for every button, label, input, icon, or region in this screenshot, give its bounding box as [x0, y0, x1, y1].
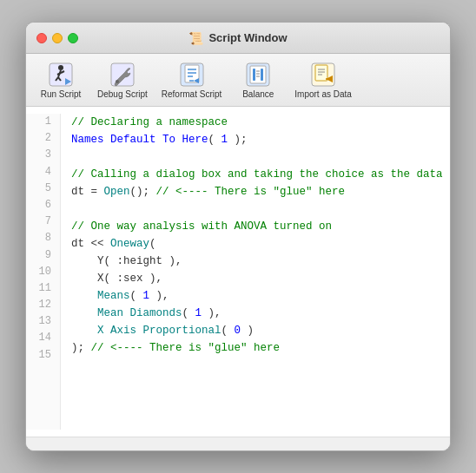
debug-script-button[interactable]: Debug Script [94, 59, 151, 101]
code-keyword: Names Default To Here [71, 134, 208, 146]
window-title: 📜 Script Window [188, 31, 287, 45]
code-line: Names Default To Here( 1 ); [71, 131, 443, 148]
title-icon: 📜 [188, 31, 203, 45]
code-default: Y( :height ), [71, 255, 182, 267]
code-function: Mean Diamonds [97, 307, 182, 319]
code-default: ); [228, 134, 248, 146]
code-line: Means( 1 ), [71, 287, 443, 305]
code-default: ), [149, 290, 169, 302]
code-default: ); [71, 342, 91, 354]
line-number: 4 [33, 164, 51, 181]
title-label: Script Window [208, 31, 287, 44]
run-script-button[interactable]: Run Script [35, 59, 87, 101]
code-content[interactable]: // Declaring a namespaceNames Default To… [61, 114, 450, 430]
code-line: ); // <---- There is "glue" here [71, 339, 443, 357]
code-default [71, 290, 97, 302]
line-number: 13 [33, 313, 51, 330]
svg-point-1 [58, 65, 63, 70]
code-line: X( :sex ), [71, 270, 443, 287]
line-number: 8 [33, 230, 51, 246]
code-number: 0 [235, 325, 241, 337]
code-number: 1 [143, 290, 150, 302]
line-number: 2 [33, 130, 51, 147]
code-line [71, 200, 443, 218]
line-number: 11 [33, 280, 51, 297]
code-line: Mean Diamonds( 1 ), [71, 305, 443, 322]
balance-button[interactable]: Balance [232, 59, 284, 101]
code-default: ( [182, 307, 195, 319]
code-line: // Declaring a namespace [71, 114, 443, 131]
reformat-script-icon [178, 61, 206, 89]
svg-point-9 [116, 80, 119, 83]
code-comment: // Calling a dialog box and taking the c… [71, 168, 450, 181]
code-line: dt << Oneway( [71, 235, 443, 253]
code-default: ( [130, 290, 143, 302]
line-number: 15 [33, 347, 51, 364]
reformat-script-label: Reformat Script [162, 89, 221, 99]
line-number: 10 [33, 264, 51, 280]
code-line: X Axis Proportional( 0 ) [71, 322, 443, 339]
code-default: ( [221, 325, 235, 337]
debug-script-label: Debug Script [97, 89, 148, 99]
code-line [71, 357, 443, 374]
traffic-lights [36, 33, 78, 43]
code-default [71, 307, 97, 319]
close-button[interactable] [36, 33, 47, 43]
code-line: // Calling a dialog box and taking the c… [71, 166, 443, 183]
editor-area[interactable]: 123456789101112131415 // Declaring a nam… [26, 107, 450, 437]
code-line [71, 148, 443, 166]
line-number: 1 [33, 114, 51, 130]
line-number: 14 [33, 330, 51, 346]
balance-label: Balance [242, 89, 274, 99]
toolbar: Run Script Debug Script [26, 54, 450, 107]
reformat-script-button[interactable]: Reformat Script [158, 59, 225, 101]
run-script-icon [47, 61, 75, 89]
line-number: 5 [33, 181, 51, 197]
script-window: 📜 Script Window [25, 22, 451, 451]
code-default: ( [149, 238, 156, 250]
run-script-label: Run Script [41, 89, 82, 99]
code-comment: // <---- There is "glue" here [156, 186, 346, 198]
line-number: 9 [33, 247, 51, 264]
titlebar: 📜 Script Window [26, 23, 450, 54]
code-comment: // One way analysis with ANOVA turned on [71, 220, 332, 233]
line-numbers: 123456789101112131415 [26, 114, 61, 430]
import-as-data-icon [309, 61, 337, 89]
line-number: 3 [33, 147, 51, 163]
maximize-button[interactable] [68, 33, 78, 43]
svg-rect-19 [253, 69, 255, 81]
code-comment: // Declaring a namespace [71, 116, 228, 128]
code-default: ( [208, 134, 221, 146]
debug-script-icon [109, 61, 136, 89]
bottom-bar [26, 437, 450, 450]
svg-rect-20 [261, 69, 263, 81]
code-default: X( :sex ), [71, 273, 162, 285]
line-number: 7 [33, 214, 51, 230]
import-as-data-button[interactable]: Import as Data [291, 59, 355, 101]
code-number: 1 [221, 134, 228, 146]
svg-rect-18 [250, 66, 266, 83]
code-comment: // <---- There is "glue" here [91, 342, 281, 354]
code-default: ) [241, 325, 254, 337]
code-function: Open [104, 186, 130, 198]
code-function: Oneway [110, 238, 149, 250]
code-default: dt = [71, 186, 104, 198]
code-default [71, 325, 97, 337]
code-function: Means [97, 290, 130, 302]
code-default: ), [202, 307, 221, 319]
line-number: 12 [33, 297, 51, 313]
code-default: (); [130, 186, 156, 198]
code-number: 1 [195, 307, 202, 319]
svg-rect-25 [315, 65, 327, 81]
code-line: // One way analysis with ANOVA turned on [71, 218, 443, 235]
minimize-button[interactable] [52, 33, 63, 43]
balance-icon [244, 61, 272, 89]
line-number: 6 [33, 197, 51, 214]
code-function: X Axis Proportional [97, 325, 221, 337]
import-as-data-label: Import as Data [294, 89, 352, 99]
code-line: Y( :height ), [71, 253, 443, 270]
code-default: dt << [71, 238, 110, 250]
code-line: dt = Open(); // <---- There is "glue" he… [71, 183, 443, 200]
